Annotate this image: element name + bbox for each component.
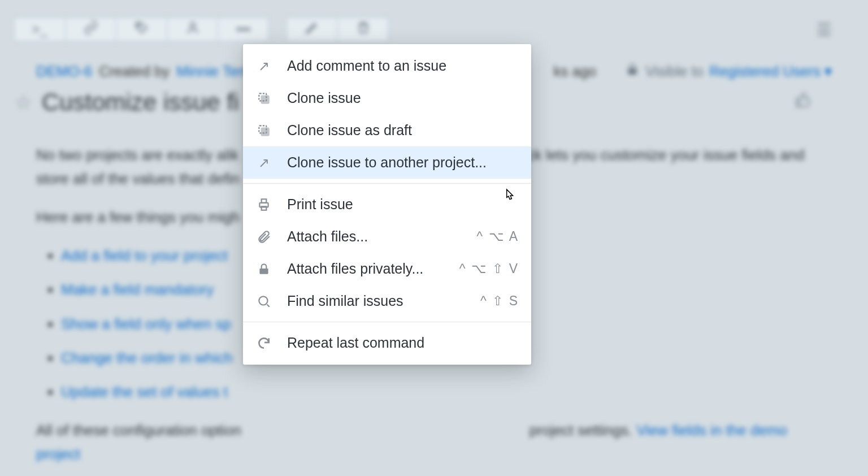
thumbs-up-icon[interactable] xyxy=(795,92,811,113)
user-icon xyxy=(185,20,200,38)
menu-label: Clone issue xyxy=(287,90,519,106)
menu-label: Add comment to an issue xyxy=(287,58,519,74)
menu-item-add-comment[interactable]: ↗ Add comment to an issue xyxy=(243,50,531,82)
menu-item-clone-draft[interactable]: Clone issue as draft xyxy=(243,114,531,146)
menu-label: Print issue xyxy=(287,196,519,213)
lock-icon xyxy=(255,262,272,276)
body-link-1[interactable]: Make a field mandatory xyxy=(61,281,214,298)
arrow-up-right-icon: ↗ xyxy=(255,155,272,171)
svg-point-11 xyxy=(259,296,267,305)
more-icon: ••• xyxy=(236,21,250,37)
body-p3b: project settings. xyxy=(530,422,632,439)
chevron-down-icon: ▾ xyxy=(824,63,832,79)
created-by-label: Created by xyxy=(99,63,170,80)
assignee-button[interactable] xyxy=(167,18,218,41)
menu-label: Attach files... xyxy=(287,228,462,245)
arrow-up-right-icon: ↗ xyxy=(255,58,272,74)
body-link-2[interactable]: Show a field only when sp xyxy=(61,315,231,332)
body-p1a: No two projects are exactly alik xyxy=(36,146,238,163)
issue-id[interactable]: DEMO-6 xyxy=(36,63,92,80)
terminal-icon: >_ xyxy=(32,21,47,37)
toolbar-group-1: >_ ••• xyxy=(14,17,269,42)
menu-label: Clone issue as draft xyxy=(287,122,519,139)
svg-rect-5 xyxy=(262,128,269,135)
menu-label: Clone issue to another project... xyxy=(287,154,519,171)
clone-icon xyxy=(255,91,272,106)
menu-shortcut: ^ ⌥ ⇧ V xyxy=(459,261,519,276)
link-icon xyxy=(84,20,98,38)
menu-item-find-similar[interactable]: Find similar issues ^ ⇧ S xyxy=(243,285,531,317)
menu-label: Attach files privately... xyxy=(287,261,445,277)
svg-rect-9 xyxy=(262,206,267,210)
issue-toolbar: >_ ••• ☰ xyxy=(14,0,854,42)
visibility-value: Registered Users xyxy=(709,63,821,79)
menu-label: Find similar issues xyxy=(287,293,466,309)
age-text: ks ago xyxy=(554,63,596,80)
delete-button[interactable] xyxy=(337,18,388,41)
menu-item-print[interactable]: Print issue xyxy=(243,188,531,220)
svg-point-1 xyxy=(190,23,195,28)
menu-shortcut: ^ ⇧ S xyxy=(480,293,519,309)
paperclip-icon xyxy=(255,230,272,244)
body-link-4[interactable]: Update the set of values t xyxy=(61,383,228,400)
menu-label: Repeat last command xyxy=(287,335,519,351)
body-link-3[interactable]: Change the order in which xyxy=(61,349,233,366)
trash-icon xyxy=(356,20,371,38)
svg-rect-10 xyxy=(259,268,268,274)
menu-item-clone[interactable]: Clone issue xyxy=(243,82,531,114)
visibility-label: Visible to xyxy=(645,63,704,80)
search-similar-icon xyxy=(255,294,272,309)
body-p3a: All of these configuration option xyxy=(36,422,241,439)
pencil-icon xyxy=(305,20,319,38)
repeat-icon xyxy=(255,336,272,350)
tag-icon xyxy=(134,20,149,38)
menu-separator xyxy=(243,183,531,184)
svg-point-0 xyxy=(137,24,139,26)
star-icon[interactable]: ☆ xyxy=(15,91,32,114)
body-link-0[interactable]: Add a field to your project xyxy=(61,247,228,264)
tag-button[interactable] xyxy=(116,18,167,41)
more-actions-menu: ↗ Add comment to an issue Clone issue Cl… xyxy=(243,44,531,365)
toolbar-group-2 xyxy=(286,17,389,42)
svg-rect-3 xyxy=(262,96,269,103)
more-actions-button[interactable]: ••• xyxy=(218,18,268,41)
visibility[interactable]: Visible to Registered Users ▾ xyxy=(625,62,832,80)
menu-separator xyxy=(243,322,531,322)
lock-icon xyxy=(625,62,640,80)
issue-title: Customize issue fi xyxy=(42,88,239,116)
link-button[interactable] xyxy=(65,18,116,41)
clone-draft-icon xyxy=(255,123,272,138)
sidebar-toggle[interactable]: ☰ xyxy=(817,20,832,40)
menu-item-attach[interactable]: Attach files... ^ ⌥ A xyxy=(243,220,531,253)
svg-rect-2 xyxy=(628,69,636,75)
menu-item-repeat[interactable]: Repeat last command xyxy=(243,327,531,359)
hamburger-icon: ☰ xyxy=(817,20,832,39)
printer-icon xyxy=(255,197,272,212)
svg-rect-8 xyxy=(262,199,267,203)
menu-shortcut: ^ ⌥ A xyxy=(476,229,519,244)
menu-item-clone-to-project[interactable]: ↗ Clone issue to another project... xyxy=(243,146,531,179)
menu-item-attach-private[interactable]: Attach files privately... ^ ⌥ ⇧ V xyxy=(243,253,531,285)
command-button[interactable]: >_ xyxy=(14,18,65,41)
edit-button[interactable] xyxy=(287,18,337,41)
